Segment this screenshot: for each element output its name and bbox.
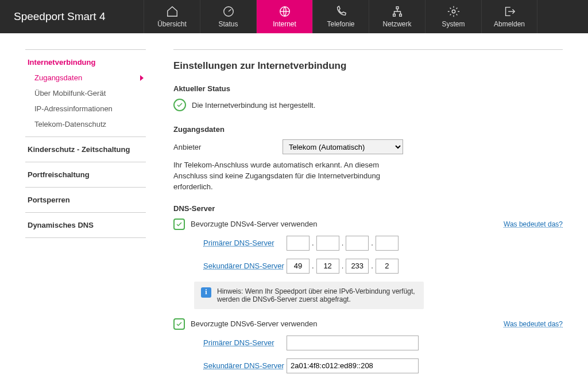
info-text: Hinweis: Wenn Ihr Speedport über eine IP… — [217, 287, 417, 303]
nav-label: Abmelden — [494, 20, 525, 28]
logout-icon — [503, 5, 516, 18]
access-heading: Zugangsdaten — [173, 125, 563, 134]
dnsv6-checkbox[interactable] — [173, 318, 185, 330]
gear-icon — [447, 5, 460, 18]
home-icon — [166, 5, 179, 18]
sidebar-item-portfreischaltung[interactable]: Portfreischaltung — [25, 167, 146, 182]
dnsv6-check-label: Bevorzugte DNSv6-Server verwenden — [191, 319, 317, 328]
sidebar-item-kinderschutz[interactable]: Kinderschutz - Zeitschaltung — [25, 142, 146, 157]
sidebar-item-mobilfunk[interactable]: Über Mobilfunk-Gerät — [25, 85, 146, 101]
dnsv4-checkbox[interactable] — [173, 219, 185, 230]
ipv6-info-box: i Hinweis: Wenn Ihr Speedport über eine … — [194, 282, 424, 309]
svg-rect-2 — [396, 7, 399, 9]
svg-rect-3 — [393, 14, 395, 17]
dnsv4-secondary-oct3[interactable] — [346, 259, 369, 274]
sidebar-item-portsperren[interactable]: Portsperren — [25, 192, 146, 208]
auto-detect-note: Ihr Telekom-Anschluss wurde automatisch … — [173, 160, 415, 193]
sidebar-head-internetverbindung[interactable]: Internetverbindung — [25, 54, 146, 70]
phone-icon — [335, 5, 347, 18]
dnsv4-secondary-oct2[interactable] — [316, 259, 339, 274]
nav-netzwerk[interactable]: Netzwerk — [369, 0, 425, 33]
nav-status[interactable]: Status — [200, 0, 256, 33]
nav-logout[interactable]: Abmelden — [481, 0, 537, 33]
nav-system[interactable]: System — [425, 0, 481, 33]
dnsv6-secondary-input[interactable] — [287, 358, 419, 373]
dnsv4-primary-oct4[interactable] — [376, 236, 399, 251]
sidebar: Internetverbindung Zugangsdaten Über Mob… — [25, 49, 146, 390]
svg-rect-4 — [399, 14, 401, 17]
dnsv4-secondary-oct1[interactable] — [287, 259, 310, 274]
svg-point-5 — [452, 10, 455, 13]
nav-telefonie[interactable]: Telefonie — [312, 0, 369, 33]
sidebar-item-ipadress[interactable]: IP-Adressinformationen — [25, 101, 146, 116]
dnsv4-secondary-oct4[interactable] — [376, 259, 399, 274]
status-text: Die Internetverbindung ist hergestellt. — [192, 101, 315, 110]
nav-label: Telefonie — [327, 20, 354, 28]
primary-dnsv6-label[interactable]: Primärer DNS-Server — [203, 338, 287, 347]
dns-heading: DNS-Server — [173, 204, 563, 213]
top-nav: Speedport Smart 4 Übersicht Status Inter… — [0, 0, 588, 33]
network-icon — [391, 5, 404, 18]
dnsv6-primary-input[interactable] — [287, 336, 419, 350]
nav-label: Netzwerk — [382, 20, 411, 28]
dnsv4-primary-oct2[interactable] — [316, 236, 339, 251]
provider-label: Anbieter — [173, 143, 283, 151]
globe-icon — [278, 5, 291, 18]
secondary-dnsv6-label[interactable]: Sekundärer DNS-Server — [203, 361, 287, 370]
dnsv4-help-link[interactable]: Was bedeutet das? — [504, 220, 563, 228]
secondary-dnsv4-label[interactable]: Sekundärer DNS-Server — [203, 262, 287, 270]
info-icon: i — [201, 287, 211, 298]
nav-label: Übersicht — [157, 20, 187, 28]
sidebar-item-datenschutz[interactable]: Telekom-Datenschutz — [25, 116, 146, 132]
sidebar-item-dyndns[interactable]: Dynamisches DNS — [25, 217, 146, 233]
nav-overview[interactable]: Übersicht — [144, 0, 200, 33]
dnsv4-primary-oct3[interactable] — [346, 236, 369, 251]
nav-label: Internet — [273, 20, 296, 28]
status-heading: Aktueller Status — [173, 84, 563, 93]
gauge-icon — [222, 5, 235, 18]
nav-label: Status — [218, 20, 238, 28]
nav-label: System — [442, 20, 465, 28]
main-content: Einstellungen zur Internetverbindung Akt… — [173, 49, 563, 390]
dnsv4-primary-oct1[interactable] — [287, 236, 310, 251]
primary-dnsv4-label[interactable]: Primärer DNS-Server — [203, 239, 287, 247]
sidebar-item-zugangsdaten[interactable]: Zugangsdaten — [25, 70, 146, 85]
provider-select[interactable]: Telekom (Automatisch) — [283, 139, 403, 154]
check-circle-icon — [173, 99, 186, 111]
dnsv6-help-link[interactable]: Was bedeutet das? — [504, 320, 563, 328]
page-title: Einstellungen zur Internetverbindung — [173, 60, 563, 72]
brand-title: Speedport Smart 4 — [0, 0, 144, 33]
nav-internet[interactable]: Internet — [256, 0, 312, 33]
dnsv4-check-label: Bevorzugte DNSv4-Server verwenden — [191, 220, 317, 228]
